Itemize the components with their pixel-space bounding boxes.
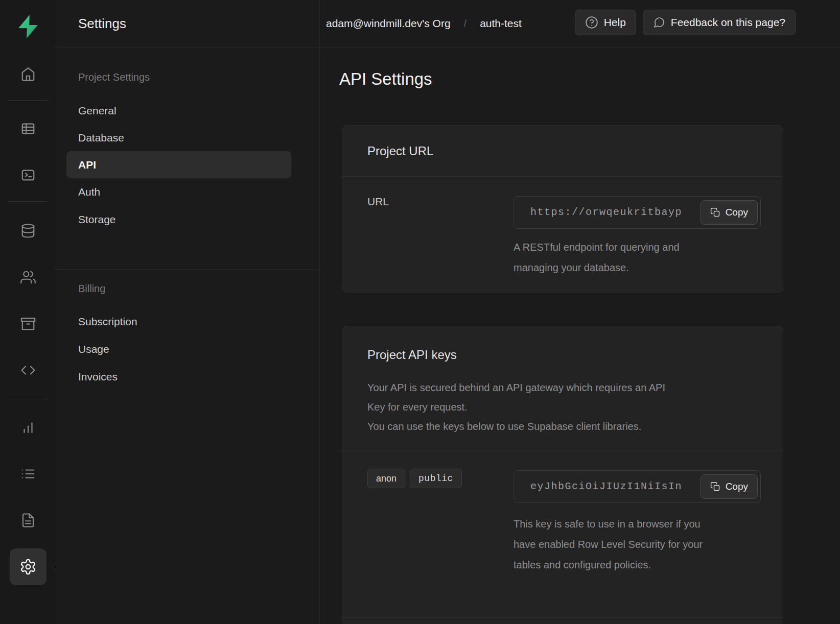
settings-gear-icon xyxy=(19,558,37,575)
reports-chart-icon xyxy=(20,420,36,435)
intro-line: You can use the keys below to use Supaba… xyxy=(367,417,758,436)
main-content: API Settings Project URL URL https://orw… xyxy=(320,47,840,624)
copy-key-label: Copy xyxy=(726,481,748,492)
project-url-card-title: Project URL xyxy=(367,144,433,158)
chat-bubble-icon xyxy=(653,16,665,29)
nav-item-subscription[interactable]: Subscription xyxy=(56,308,319,335)
copy-url-button[interactable]: Copy xyxy=(701,200,758,225)
project-url-card-header: Project URL xyxy=(342,126,783,177)
copy-icon xyxy=(710,482,720,492)
supabase-logo-icon xyxy=(15,14,41,39)
breadcrumb-project[interactable]: auth-test xyxy=(480,17,522,30)
breadcrumb-separator: / xyxy=(464,18,467,30)
help-circle-icon xyxy=(585,16,598,29)
settings-panel-title: Settings xyxy=(78,0,126,47)
description-line: have enabled Row Level Security for your xyxy=(514,534,703,555)
top-header: adam@windmill.dev's Org / auth-test Help… xyxy=(320,0,840,47)
anon-key-field[interactable]: eyJhbGciOiJIUzI1NiIsIn Copy xyxy=(514,470,761,503)
nav-item-database[interactable]: Database xyxy=(56,124,319,151)
sidebar-home-button[interactable] xyxy=(0,62,56,86)
supabase-logo-button[interactable] xyxy=(0,14,56,39)
description-line: tables and configured policies. xyxy=(514,555,703,575)
url-row-label: URL xyxy=(367,196,389,208)
page-title: API Settings xyxy=(339,69,432,89)
anon-key-description: This key is safe to use in a browser if … xyxy=(514,514,703,575)
nav-item-usage[interactable]: Usage xyxy=(56,335,319,363)
project-url-card: Project URL URL https://orwqeukritbayp C… xyxy=(342,125,783,293)
help-button[interactable]: Help xyxy=(575,10,636,35)
description-line: A RESTful endpoint for querying and xyxy=(514,237,680,257)
api-keys-card-title: Project API keys xyxy=(367,348,758,362)
app-window: Project Settings Settings Project Settin… xyxy=(0,0,840,624)
sidebar-sql-editor-button[interactable] xyxy=(0,163,56,187)
anon-badge: anon xyxy=(367,469,405,488)
sidebar-logs-button[interactable] xyxy=(0,462,56,486)
sql-editor-terminal-icon xyxy=(20,167,36,183)
project-url-description: A RESTful endpoint for querying and mana… xyxy=(514,237,680,278)
storage-archive-icon xyxy=(20,316,36,331)
copy-key-button[interactable]: Copy xyxy=(701,474,758,499)
copy-icon xyxy=(710,207,720,218)
anon-key-value[interactable]: eyJhbGciOiJIUzI1NiIsIn xyxy=(530,471,684,502)
docs-file-icon xyxy=(20,513,36,528)
sidebar-divider xyxy=(7,100,48,101)
help-button-label: Help xyxy=(604,16,626,29)
intro-line: Your API is secured behind an API gatewa… xyxy=(367,378,758,397)
settings-nav-panel: Settings Project Settings General Databa… xyxy=(56,0,319,624)
sidebar-database-button[interactable] xyxy=(0,219,56,243)
sidebar-auth-button[interactable] xyxy=(0,265,56,290)
project-url-value[interactable]: https://orwqeukritbayp xyxy=(530,197,684,228)
api-keys-card: Project API keys Your API is secured beh… xyxy=(342,326,783,624)
sidebar-divider xyxy=(7,399,48,399)
auth-users-icon xyxy=(20,270,36,285)
nav-section-billing: Billing xyxy=(78,283,105,295)
sidebar-table-editor-button[interactable] xyxy=(0,116,56,141)
icon-sidebar xyxy=(0,0,56,624)
nav-item-api[interactable]: API xyxy=(66,151,291,178)
project-url-field[interactable]: https://orwqeukritbayp Copy xyxy=(514,196,761,229)
key-badges: anon public xyxy=(367,469,462,488)
breadcrumb-org[interactable]: adam@windmill.dev's Org xyxy=(326,17,451,30)
breadcrumb: adam@windmill.dev's Org / auth-test xyxy=(326,0,522,47)
nav-item-auth[interactable]: Auth xyxy=(56,178,319,205)
nav-item-general[interactable]: General xyxy=(56,97,319,124)
description-line: This key is safe to use in a browser if … xyxy=(514,514,703,534)
sidebar-settings-button[interactable] xyxy=(10,548,46,585)
sidebar-docs-button[interactable] xyxy=(0,508,56,533)
table-editor-icon xyxy=(20,121,36,136)
nav-section-divider xyxy=(56,269,319,270)
api-keys-section-divider xyxy=(342,617,783,618)
nav-item-storage[interactable]: Storage xyxy=(56,206,319,233)
home-icon xyxy=(20,66,36,82)
feedback-button-label: Feedback on this page? xyxy=(671,16,785,29)
public-badge: public xyxy=(410,469,462,488)
feedback-button[interactable]: Feedback on this page? xyxy=(643,10,796,35)
api-keys-card-header: Project API keys Your API is secured beh… xyxy=(342,326,783,450)
api-keys-intro: Your API is secured behind an API gatewa… xyxy=(367,378,758,436)
code-icon xyxy=(20,363,36,378)
description-line: managing your database. xyxy=(514,257,680,278)
intro-line: Key for every request. xyxy=(367,397,758,417)
sidebar-reports-button[interactable] xyxy=(0,415,56,440)
nav-section-project-settings: Project Settings xyxy=(78,71,150,83)
header-actions: Help Feedback on this page? xyxy=(575,10,796,35)
copy-url-label: Copy xyxy=(726,207,748,218)
sidebar-storage-button[interactable] xyxy=(0,311,56,336)
sidebar-code-button[interactable] xyxy=(0,358,56,382)
sidebar-divider xyxy=(7,201,48,202)
database-icon xyxy=(20,223,36,238)
logs-list-icon xyxy=(20,466,36,482)
nav-item-invoices[interactable]: Invoices xyxy=(56,363,319,390)
